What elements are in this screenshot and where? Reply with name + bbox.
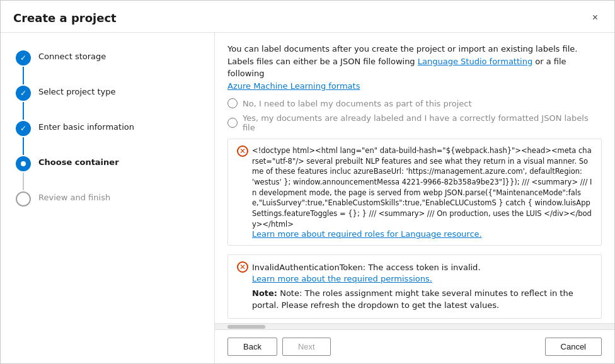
error-block-1: ✕ <!doctype html><html lang="en" data-bu… — [227, 139, 602, 246]
step-label-choose-container: Choose container — [38, 156, 119, 167]
step-circle-choose-container — [16, 156, 31, 171]
step-label-enter-basic-information: Enter basic information — [38, 121, 134, 132]
error-text-1: <!doctype html><html lang="en" data-buil… — [252, 146, 592, 229]
radio-yes-label-text: Yes, my documents are already labeled an… — [243, 113, 602, 132]
close-button[interactable]: × — [589, 11, 602, 25]
radio-option-1: No, I need to label my documents as part… — [227, 98, 602, 108]
dialog-header: Create a project × — [1, 1, 614, 33]
create-project-dialog: Create a project × ✓ Connect storage — [0, 0, 615, 364]
step-label-review-and-finish: Review and finish — [38, 191, 110, 202]
error-icon-2: ✕ — [237, 261, 248, 273]
footer-right-actions: Cancel — [545, 338, 602, 356]
radio-no-label[interactable] — [227, 98, 238, 108]
cancel-button[interactable]: Cancel — [545, 338, 602, 356]
intro-paragraph: You can label documents after you create… — [227, 43, 602, 92]
required-roles-link[interactable]: Learn more about required roles for Lang… — [252, 229, 482, 239]
step-circle-enter-basic-information: ✓ — [16, 121, 31, 136]
step-circle-select-project-type: ✓ — [16, 86, 31, 101]
radio-yes-label[interactable] — [227, 118, 238, 128]
error-icon-1: ✕ — [237, 145, 248, 157]
step-circle-connect-storage: ✓ — [16, 50, 31, 65]
radio-option-2: Yes, my documents are already labeled an… — [227, 113, 602, 132]
step-line-3 — [23, 137, 24, 155]
content-scroll-area[interactable]: You can label documents after you create… — [215, 33, 614, 323]
step-enter-basic-information: ✓ Enter basic information — [16, 121, 199, 156]
step-line-2 — [23, 102, 24, 120]
step-line-1 — [23, 67, 24, 84]
note-text: Note: Note: The roles assignment might t… — [252, 287, 592, 312]
language-studio-link[interactable]: Language Studio formatting — [418, 57, 532, 66]
step-choose-container: Choose container — [16, 156, 199, 191]
dialog-body: ✓ Connect storage ✓ Select project type — [1, 33, 614, 363]
required-permissions-link[interactable]: Learn more about the required permission… — [252, 274, 432, 283]
back-button[interactable]: Back — [227, 338, 277, 356]
dialog-footer: Back Next Cancel — [215, 329, 614, 363]
step-select-project-type: ✓ Select project type — [16, 86, 199, 121]
step-connect-storage: ✓ Connect storage — [16, 50, 199, 86]
error-block-2: ✕ InvalidAuthenticationToken: The access… — [227, 254, 602, 319]
next-button: Next — [282, 338, 331, 356]
step-review-and-finish: Review and finish — [16, 191, 199, 207]
step-circle-review-and-finish — [16, 191, 31, 207]
azure-ml-link[interactable]: Azure Machine Learning formats — [227, 81, 360, 91]
step-label-select-project-type: Select project type — [38, 86, 116, 96]
scrollbar-thumb[interactable] — [227, 325, 265, 329]
step-line-4 — [23, 173, 24, 190]
error-text-2: InvalidAuthenticationToken: The access t… — [252, 263, 481, 272]
horizontal-scrollbar[interactable] — [215, 323, 614, 329]
steps-panel: ✓ Connect storage ✓ Select project type — [1, 33, 215, 363]
step-label-connect-storage: Connect storage — [38, 50, 106, 61]
dialog-title: Create a project — [13, 11, 117, 25]
right-panel: You can label documents after you create… — [215, 33, 614, 363]
radio-no-label-text: No, I need to label my documents as part… — [243, 99, 472, 108]
footer-left-actions: Back Next — [227, 338, 331, 356]
